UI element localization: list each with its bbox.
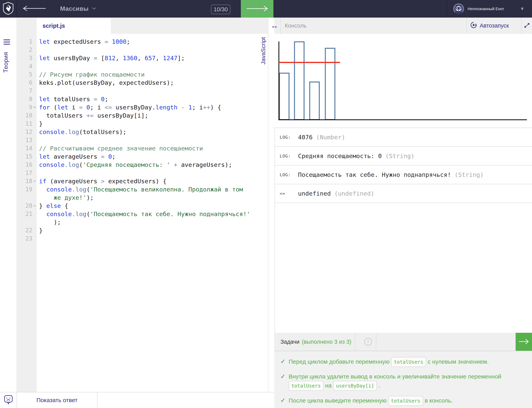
code-line[interactable]: console.log('Посещаемость так себе. Нужн… (39, 210, 250, 218)
console-row: LOG:4076(Number) (274, 128, 532, 146)
show-answer-button[interactable]: Показать ответ (17, 392, 97, 408)
line-number: 10 (16, 111, 33, 119)
line-number (16, 194, 33, 202)
code-line[interactable] (39, 46, 250, 54)
line-number: 12 (16, 128, 33, 136)
back-arrow-icon (21, 5, 47, 12)
tasks-next-button[interactable] (516, 333, 532, 351)
code-line[interactable]: } (39, 119, 250, 128)
code-line[interactable]: } else { (39, 202, 250, 210)
fold-spacer (33, 87, 37, 95)
task-item: ✓После цикла выведите переменную totalUs… (280, 396, 526, 406)
code-line[interactable] (39, 169, 250, 177)
tasks-done-count: (выполнено 3 из 3) (302, 339, 351, 345)
fold-spacer (33, 194, 37, 202)
line-number: 3 (16, 54, 33, 62)
tasks-bar-divider (376, 333, 376, 351)
logo[interactable] (0, 0, 17, 17)
expand-console-button[interactable] (522, 17, 532, 34)
code-line[interactable]: // Рассчитываем среднее значение посещае… (39, 144, 250, 153)
code-line[interactable]: ); (39, 218, 250, 226)
code-line[interactable]: console.log('Посещаемость великолепна. П… (39, 185, 250, 194)
next-task-button[interactable] (241, 0, 273, 17)
code-line[interactable]: for (let i = 0; i <= usersByDay.length -… (39, 103, 250, 111)
line-number: 8 (16, 95, 33, 103)
line-number: 19 (16, 185, 33, 194)
app-root: Массивы 10/30 (0, 0, 532, 408)
tasks-bar: Задачи (выполнено 3 из 3) ! (274, 333, 532, 351)
console-output: LOG:4076(Number)LOG:Средняя посещаемость… (274, 128, 532, 203)
code-line[interactable] (39, 136, 250, 144)
tab-script-js[interactable]: script.js (37, 17, 111, 34)
avatar[interactable] (453, 3, 464, 14)
code-line[interactable]: } (39, 226, 250, 235)
feedback-button[interactable] (0, 392, 16, 408)
code-line[interactable]: let totalUsers = 0; (39, 95, 250, 103)
theory-list-icon[interactable] (3, 40, 10, 44)
user-menu-caret-icon[interactable]: ▼ (520, 0, 524, 17)
line-number: 16 (16, 161, 33, 169)
code-line[interactable]: if (averageUsers > expectedUsers) { (39, 177, 250, 185)
line-number: 14 (16, 144, 33, 153)
hint-button[interactable]: ! (360, 333, 376, 351)
right-arrow-icon (518, 338, 530, 346)
sad-face-bubble-icon (4, 395, 13, 406)
console-row-type: (String) (385, 153, 414, 160)
code-chip: totalUsers (289, 381, 324, 391)
fold-marker[interactable]: ▾ (33, 202, 37, 210)
line-number: 5 (16, 70, 33, 78)
code-line[interactable]: keks.plot(usersByDay, expectedUsers); (39, 78, 250, 87)
back-button[interactable] (19, 0, 49, 17)
code-line[interactable]: же духе!'); (39, 194, 250, 202)
fold-spacer (33, 226, 37, 235)
line-number: 17 (16, 169, 33, 177)
console-row-value: Посещаемость так себе. Нужно поднапрячьс… (298, 171, 451, 178)
progress-badge: 10/30 (211, 5, 230, 14)
code-line[interactable]: console.log(totalUsers); (39, 128, 250, 136)
header-divider (280, 17, 281, 34)
code-line[interactable] (39, 235, 250, 243)
task-item: ✓Внутри цикла удалите вывод в консоль и … (280, 372, 526, 391)
sidebar-item-theory[interactable]: Теория (2, 52, 9, 73)
resize-handle-icon[interactable]: ↔ (269, 19, 280, 33)
right-arrow-icon (246, 5, 269, 12)
line-number: 9 (16, 103, 33, 111)
fold-spacer (33, 161, 37, 169)
panel-splitter[interactable] (268, 17, 275, 408)
code-line[interactable]: console.log('Средняя посещаемость: ' + a… (39, 161, 250, 169)
code-line[interactable]: let usersByDay = [812, 1360, 657, 1247]; (39, 54, 250, 62)
fold-marker[interactable]: ▾ (33, 103, 37, 111)
code-chip: totalUsers (391, 357, 426, 367)
code-chip: usersByDay[i] (333, 381, 377, 391)
code-line[interactable]: // Рисуем график посещаемости (39, 70, 250, 78)
console-row-type: (undefined) (334, 190, 374, 197)
code-line[interactable] (39, 87, 250, 95)
bottom-bar-divider (97, 392, 97, 408)
code-line[interactable]: let averageUsers = 0; (39, 153, 250, 161)
console-title: Консоль (285, 17, 306, 34)
code-editor[interactable]: let expectedUsers = 1000;let usersByDay … (37, 34, 268, 392)
task-text: Внутри цикла удалите вывод в консоль и у… (289, 372, 523, 391)
bar-usersByDay (325, 48, 335, 119)
plot-chart (274, 34, 532, 128)
code-line[interactable]: let expectedUsers = 1000; (39, 37, 250, 46)
code-line[interactable]: totalUsers += usersByDay[i]; (39, 111, 250, 119)
fold-spacer (33, 153, 37, 161)
line-number: 1 (16, 37, 33, 46)
autorun-toggle[interactable]: Автозапуск (470, 17, 509, 34)
fold-spacer (33, 128, 37, 136)
line-number: 2 (16, 46, 33, 54)
line-number: 18 (16, 177, 33, 185)
code-line[interactable] (39, 62, 250, 70)
fold-spacer (33, 218, 37, 226)
tasks-bar-divider (355, 333, 355, 351)
line-number: 6 (16, 78, 33, 87)
topbar-divider (447, 0, 447, 17)
fold-spacer (33, 37, 37, 46)
line-number: 7 (16, 87, 33, 95)
course-dropdown[interactable]: Массивы (60, 0, 96, 17)
fold-marker[interactable]: ▾ (33, 177, 37, 185)
console-row: LOG:Посещаемость так себе. Нужно поднапр… (274, 165, 532, 184)
task-item: ✓Перед циклом добавьте переменную totalU… (280, 357, 526, 367)
console-row-type: (Number) (316, 134, 345, 141)
